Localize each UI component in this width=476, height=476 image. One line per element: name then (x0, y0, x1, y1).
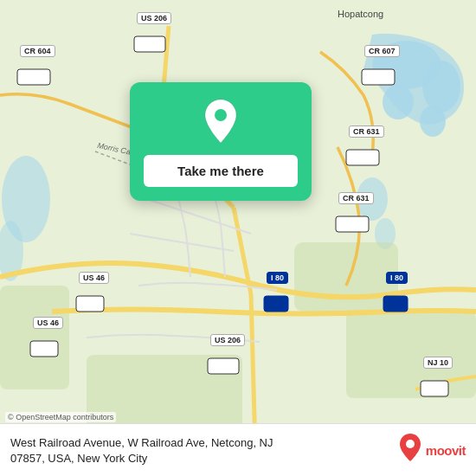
svg-rect-23 (30, 341, 58, 357)
svg-rect-10 (0, 286, 69, 389)
road-label-i80-right: I 80 (386, 272, 408, 284)
svg-rect-9 (294, 242, 398, 312)
moovit-pin-icon (398, 433, 422, 467)
svg-rect-24 (264, 296, 288, 312)
address-block: West Railroad Avenue, W Railroad Ave, Ne… (10, 435, 389, 464)
svg-rect-11 (346, 312, 476, 398)
bottom-bar: West Railroad Avenue, W Railroad Ave, Ne… (0, 423, 476, 476)
svg-rect-21 (336, 216, 369, 232)
popup-card: Take me there (130, 82, 312, 201)
svg-point-28 (215, 109, 227, 121)
road-label-us46-btm: US 46 (33, 317, 63, 329)
road-label-us206-top: US 206 (137, 12, 171, 24)
svg-rect-26 (208, 358, 239, 374)
svg-rect-20 (346, 150, 379, 165)
svg-rect-22 (76, 296, 104, 312)
road-label-i80-mid: I 80 (267, 272, 288, 284)
road-label-cr631-top: CR 631 (349, 125, 384, 138)
address-line2: 07857, USA, New York City (10, 452, 389, 465)
svg-point-29 (406, 440, 415, 448)
moovit-name-text: moovit (426, 443, 466, 458)
location-pin-icon (202, 98, 240, 145)
address-line1: West Railroad Avenue, W Railroad Ave, Ne… (10, 435, 389, 451)
road-label-us206-btm: US 206 (210, 334, 245, 346)
svg-rect-27 (421, 381, 448, 396)
road-label-cr604: CR 604 (20, 45, 55, 57)
map-background (0, 0, 476, 476)
moovit-logo: moovit (398, 433, 466, 467)
road-label-cr607: CR 607 (364, 45, 400, 57)
svg-rect-17 (134, 36, 165, 52)
label-hopatcong: Hopatcong (338, 9, 383, 19)
svg-rect-19 (362, 69, 395, 85)
osm-credit: © OpenStreetMap contributors (5, 412, 116, 422)
road-label-cr631-mid: CR 631 (338, 192, 374, 204)
svg-rect-25 (383, 296, 408, 312)
svg-rect-18 (17, 69, 50, 85)
take-me-there-button[interactable]: Take me there (144, 155, 298, 187)
road-label-nj10: NJ 10 (423, 357, 453, 369)
map-container: US 206 CR 604 CR 607 CR 631 CR 631 US 46… (0, 0, 476, 476)
road-label-us46-left: US 46 (79, 272, 109, 284)
